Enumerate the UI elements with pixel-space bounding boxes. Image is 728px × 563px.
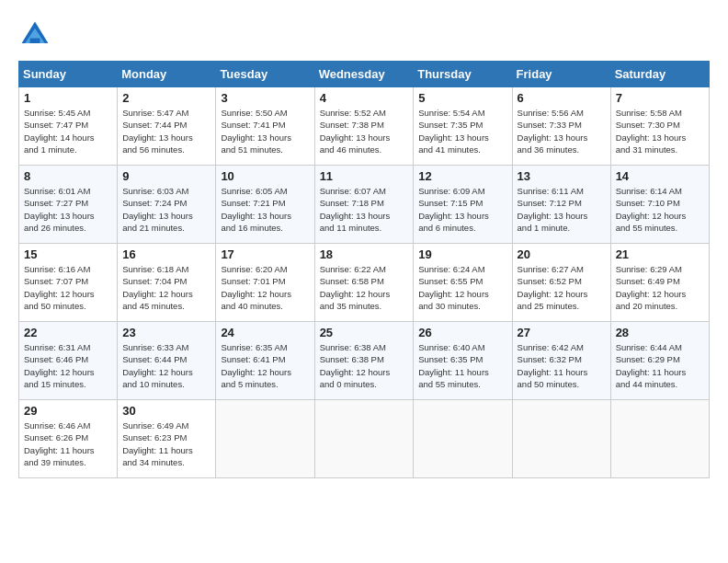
day-number: 29 (24, 404, 112, 418)
day-cell: 16Sunrise: 6:18 AM Sunset: 7:04 PM Dayli… (118, 244, 216, 322)
day-cell: 26Sunrise: 6:40 AM Sunset: 6:35 PM Dayli… (414, 322, 512, 400)
day-cell: 28Sunrise: 6:44 AM Sunset: 6:29 PM Dayli… (610, 322, 709, 400)
calendar-body: 1Sunrise: 5:45 AM Sunset: 7:47 PM Daylig… (19, 87, 710, 478)
day-info: Sunrise: 5:52 AM Sunset: 7:38 PM Dayligh… (320, 107, 409, 155)
logo-icon (18, 18, 51, 52)
day-info: Sunrise: 6:29 AM Sunset: 6:49 PM Dayligh… (616, 263, 704, 312)
day-cell: 24Sunrise: 6:35 AM Sunset: 6:41 PM Dayli… (216, 322, 314, 400)
day-info: Sunrise: 6:14 AM Sunset: 7:10 PM Dayligh… (616, 185, 704, 234)
day-number: 15 (24, 247, 112, 261)
day-number: 9 (122, 169, 210, 183)
weekday-header-tuesday: Tuesday (216, 62, 314, 87)
weekday-header-thursday: Thursday (414, 62, 512, 87)
day-number: 1 (24, 91, 112, 105)
logo (18, 18, 57, 52)
day-number: 3 (221, 91, 309, 105)
weekday-header-monday: Monday (118, 62, 216, 87)
day-info: Sunrise: 6:16 AM Sunset: 7:07 PM Dayligh… (24, 263, 112, 312)
day-info: Sunrise: 5:45 AM Sunset: 7:47 PM Dayligh… (24, 107, 112, 155)
day-info: Sunrise: 6:18 AM Sunset: 7:04 PM Dayligh… (122, 263, 210, 312)
day-cell (512, 400, 610, 478)
day-number: 12 (418, 169, 506, 183)
day-number: 18 (320, 247, 409, 261)
day-number: 28 (616, 326, 704, 339)
day-cell: 5Sunrise: 5:54 AM Sunset: 7:35 PM Daylig… (414, 87, 512, 166)
day-info: Sunrise: 6:07 AM Sunset: 7:18 PM Dayligh… (320, 185, 409, 234)
day-info: Sunrise: 5:50 AM Sunset: 7:41 PM Dayligh… (221, 107, 309, 155)
day-info: Sunrise: 6:31 AM Sunset: 6:46 PM Dayligh… (24, 341, 112, 390)
day-info: Sunrise: 6:40 AM Sunset: 6:35 PM Dayligh… (418, 341, 506, 390)
day-number: 21 (616, 247, 704, 261)
day-number: 25 (320, 326, 409, 339)
week-row-5: 29Sunrise: 6:46 AM Sunset: 6:26 PM Dayli… (19, 400, 710, 478)
day-number: 23 (122, 326, 210, 339)
day-number: 5 (418, 91, 506, 105)
day-cell (414, 400, 512, 478)
day-info: Sunrise: 6:35 AM Sunset: 6:41 PM Dayligh… (221, 341, 309, 390)
calendar-header: SundayMondayTuesdayWednesdayThursdayFrid… (19, 62, 710, 87)
week-row-2: 8Sunrise: 6:01 AM Sunset: 7:27 PM Daylig… (19, 166, 710, 244)
day-info: Sunrise: 6:22 AM Sunset: 6:58 PM Dayligh… (320, 263, 409, 312)
day-cell: 13Sunrise: 6:11 AM Sunset: 7:12 PM Dayli… (512, 166, 610, 244)
day-cell: 11Sunrise: 6:07 AM Sunset: 7:18 PM Dayli… (314, 166, 414, 244)
week-row-4: 22Sunrise: 6:31 AM Sunset: 6:46 PM Dayli… (19, 322, 710, 400)
day-cell (216, 400, 314, 478)
day-cell: 29Sunrise: 6:46 AM Sunset: 6:26 PM Dayli… (19, 400, 118, 478)
day-number: 27 (518, 326, 606, 339)
day-cell: 23Sunrise: 6:33 AM Sunset: 6:44 PM Dayli… (118, 322, 216, 400)
day-cell: 10Sunrise: 6:05 AM Sunset: 7:21 PM Dayli… (216, 166, 314, 244)
day-info: Sunrise: 5:54 AM Sunset: 7:35 PM Dayligh… (418, 107, 506, 155)
day-number: 17 (221, 247, 309, 261)
svg-rect-2 (30, 39, 40, 43)
day-number: 7 (616, 91, 704, 105)
day-info: Sunrise: 5:47 AM Sunset: 7:44 PM Dayligh… (122, 107, 210, 155)
day-cell: 3Sunrise: 5:50 AM Sunset: 7:41 PM Daylig… (216, 87, 314, 166)
day-cell: 1Sunrise: 5:45 AM Sunset: 7:47 PM Daylig… (19, 87, 118, 166)
day-info: Sunrise: 5:58 AM Sunset: 7:30 PM Dayligh… (616, 107, 704, 155)
day-number: 19 (418, 247, 506, 261)
day-number: 13 (518, 169, 606, 183)
day-info: Sunrise: 6:03 AM Sunset: 7:24 PM Dayligh… (122, 185, 210, 234)
day-cell: 19Sunrise: 6:24 AM Sunset: 6:55 PM Dayli… (414, 244, 512, 322)
day-cell: 20Sunrise: 6:27 AM Sunset: 6:52 PM Dayli… (512, 244, 610, 322)
header (18, 18, 710, 52)
day-info: Sunrise: 6:05 AM Sunset: 7:21 PM Dayligh… (221, 185, 309, 234)
day-cell: 12Sunrise: 6:09 AM Sunset: 7:15 PM Dayli… (414, 166, 512, 244)
day-info: Sunrise: 6:24 AM Sunset: 6:55 PM Dayligh… (418, 263, 506, 312)
day-number: 26 (418, 326, 506, 339)
day-number: 20 (518, 247, 606, 261)
day-info: Sunrise: 6:09 AM Sunset: 7:15 PM Dayligh… (418, 185, 506, 234)
day-cell: 21Sunrise: 6:29 AM Sunset: 6:49 PM Dayli… (610, 244, 709, 322)
day-number: 4 (320, 91, 409, 105)
week-row-3: 15Sunrise: 6:16 AM Sunset: 7:07 PM Dayli… (19, 244, 710, 322)
weekday-header-saturday: Saturday (610, 62, 709, 87)
day-cell: 14Sunrise: 6:14 AM Sunset: 7:10 PM Dayli… (610, 166, 709, 244)
day-info: Sunrise: 6:33 AM Sunset: 6:44 PM Dayligh… (122, 341, 210, 390)
day-info: Sunrise: 6:49 AM Sunset: 6:23 PM Dayligh… (122, 419, 210, 468)
calendar: SundayMondayTuesdayWednesdayThursdayFrid… (18, 61, 710, 478)
day-cell: 7Sunrise: 5:58 AM Sunset: 7:30 PM Daylig… (610, 87, 709, 166)
day-info: Sunrise: 6:01 AM Sunset: 7:27 PM Dayligh… (24, 185, 112, 234)
day-cell: 30Sunrise: 6:49 AM Sunset: 6:23 PM Dayli… (118, 400, 216, 478)
day-cell: 8Sunrise: 6:01 AM Sunset: 7:27 PM Daylig… (19, 166, 118, 244)
day-number: 24 (221, 326, 309, 339)
day-cell: 25Sunrise: 6:38 AM Sunset: 6:38 PM Dayli… (314, 322, 414, 400)
day-number: 10 (221, 169, 309, 183)
day-cell: 2Sunrise: 5:47 AM Sunset: 7:44 PM Daylig… (118, 87, 216, 166)
day-cell (314, 400, 414, 478)
day-cell (610, 400, 709, 478)
day-number: 2 (122, 91, 210, 105)
day-info: Sunrise: 6:27 AM Sunset: 6:52 PM Dayligh… (518, 263, 606, 312)
day-info: Sunrise: 6:46 AM Sunset: 6:26 PM Dayligh… (24, 419, 112, 468)
day-cell: 17Sunrise: 6:20 AM Sunset: 7:01 PM Dayli… (216, 244, 314, 322)
day-info: Sunrise: 6:42 AM Sunset: 6:32 PM Dayligh… (518, 341, 606, 390)
day-cell: 22Sunrise: 6:31 AM Sunset: 6:46 PM Dayli… (19, 322, 118, 400)
weekday-header-wednesday: Wednesday (314, 62, 414, 87)
day-cell: 4Sunrise: 5:52 AM Sunset: 7:38 PM Daylig… (314, 87, 414, 166)
day-info: Sunrise: 6:20 AM Sunset: 7:01 PM Dayligh… (221, 263, 309, 312)
day-info: Sunrise: 6:44 AM Sunset: 6:29 PM Dayligh… (616, 341, 704, 390)
day-number: 22 (24, 326, 112, 339)
weekday-header-sunday: Sunday (19, 62, 118, 87)
day-number: 30 (122, 404, 210, 418)
day-cell: 27Sunrise: 6:42 AM Sunset: 6:32 PM Dayli… (512, 322, 610, 400)
